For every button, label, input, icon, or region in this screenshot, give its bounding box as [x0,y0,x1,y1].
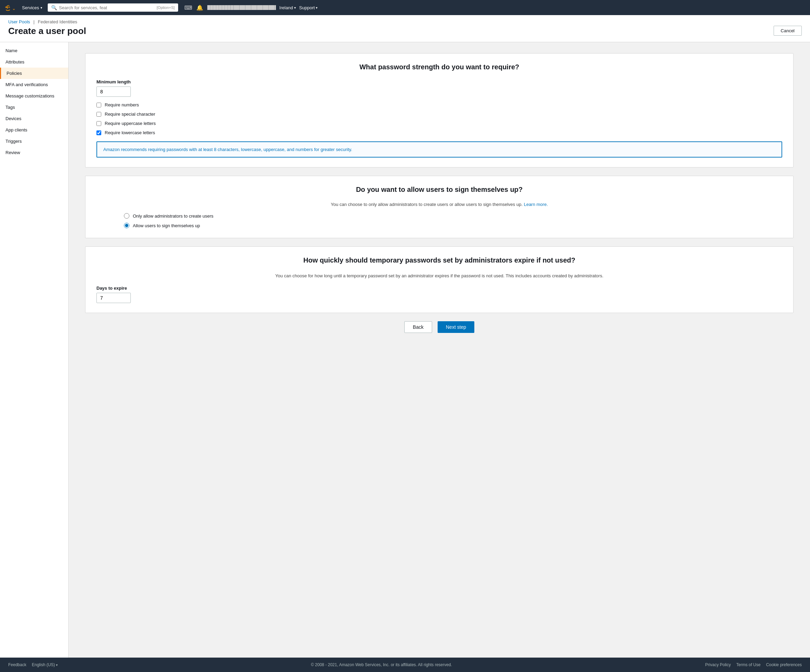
temp-password-section: How quickly should temporary passwords s… [85,247,793,313]
days-label: Days to expire [96,285,782,291]
footer-center: © 2008 - 2021, Amazon Web Services, Inc.… [57,662,705,667]
terminal-icon-button[interactable]: ⌨ [184,5,192,11]
top-navigation: aws Services ▾ 🔍 [Option+S] ⌨ 🔔 ████████… [0,0,810,15]
account-menu[interactable]: ████████████████████████████ ▾ [207,5,276,10]
days-to-expire-field: Days to expire [96,285,782,303]
search-shortcut: [Option+S] [157,5,175,10]
terms-of-use-link[interactable]: Terms of Use [736,662,761,667]
checkbox-require-numbers[interactable]: Require numbers [96,102,782,107]
page-header-row: Create a user pool Cancel [8,26,802,36]
signup-section: Do you want to allow users to sign thems… [85,176,793,238]
support-button[interactable]: Support ▾ [299,5,318,10]
sidebar-item-name[interactable]: Name [0,45,68,56]
region-chevron-icon: ▾ [294,6,296,10]
require-numbers-label: Require numbers [105,102,139,107]
learn-more-link[interactable]: Learn more. [524,202,548,207]
nav-icons: ⌨ 🔔 ████████████████████████████ ▾ [184,5,276,11]
require-special-label: Require special character [105,111,155,117]
checkbox-require-uppercase[interactable]: Require uppercase letters [96,121,782,126]
recommendation-text: Amazon recommends requiring passwords wi… [103,147,352,152]
sidebar-item-triggers[interactable]: Triggers [0,135,68,147]
feedback-link[interactable]: Feedback [8,662,27,667]
self-signup-radio[interactable] [124,223,129,228]
main-layout: Name Attributes Policies MFA and verific… [0,42,810,658]
search-icon: 🔍 [51,5,57,10]
support-label: Support [299,5,315,10]
admin-only-radio[interactable] [124,213,129,219]
require-lowercase-label: Require lowercase letters [105,130,155,135]
sidebar-item-tags[interactable]: Tags [0,101,68,113]
page-title: Create a user pool [8,26,86,36]
sidebar: Name Attributes Policies MFA and verific… [0,42,69,658]
breadcrumb-user-pools[interactable]: User Pools [8,19,30,24]
recommendation-box: Amazon recommends requiring passwords wi… [96,142,782,157]
admin-only-label: Only allow administrators to create user… [133,213,213,219]
sidebar-item-review[interactable]: Review [0,147,68,158]
next-step-button[interactable]: Next step [438,321,474,333]
search-input[interactable] [59,5,155,10]
footer-left: Feedback English (US) ▾ [8,662,57,667]
copyright-text: © 2008 - 2021, Amazon Web Services, Inc.… [311,662,452,667]
region-button[interactable]: Ireland ▾ [279,5,296,10]
password-section-title: What password strength do you want to re… [96,63,782,71]
back-button[interactable]: Back [404,321,432,333]
password-checkboxes: Require numbers Require special characte… [96,102,782,135]
min-length-label: Minimum length [96,79,782,84]
require-lowercase-checkbox[interactable] [96,130,101,135]
password-section: What password strength do you want to re… [85,53,793,167]
bell-icon-button[interactable]: 🔔 [196,5,203,11]
svg-text:aws: aws [5,5,10,8]
temp-password-title: How quickly should temporary passwords s… [96,257,782,264]
sidebar-item-attributes[interactable]: Attributes [0,56,68,68]
min-length-field: Minimum length [96,79,782,97]
aws-logo[interactable]: aws [4,4,17,11]
require-uppercase-label: Require uppercase letters [105,121,156,126]
support-chevron-icon: ▾ [316,6,317,10]
breadcrumb-federated: Federated Identities [38,19,77,24]
require-numbers-checkbox[interactable] [96,103,101,107]
signup-subtitle-text: You can choose to only allow administrat… [331,202,523,207]
require-special-checkbox[interactable] [96,112,101,117]
require-uppercase-checkbox[interactable] [96,121,101,126]
self-signup-label: Allow users to sign themselves up [133,223,200,228]
services-chevron-icon: ▾ [40,6,42,10]
action-row: Back Next step [85,321,793,333]
page-header: User Pools | Federated Identities Create… [0,15,810,42]
radio-admin-only[interactable]: Only allow administrators to create user… [124,213,782,219]
sidebar-item-mfa[interactable]: MFA and verifications [0,79,68,90]
temp-password-desc: You can choose for how long until a temp… [96,272,782,279]
sidebar-item-policies[interactable]: Policies [0,68,68,79]
services-label: Services [22,5,39,10]
services-menu-button[interactable]: Services ▾ [20,4,44,12]
signup-section-title: Do you want to allow users to sign thems… [96,186,782,194]
breadcrumb-separator: | [33,19,34,24]
sidebar-item-devices[interactable]: Devices [0,113,68,124]
footer-right: Privacy Policy Terms of Use Cookie prefe… [705,662,802,667]
signup-subtitle: You can choose to only allow administrat… [96,202,782,207]
radio-allow-self-signup[interactable]: Allow users to sign themselves up [124,223,782,228]
checkbox-require-special[interactable]: Require special character [96,111,782,117]
days-to-expire-input[interactable] [96,293,131,303]
sidebar-item-messages[interactable]: Message customizations [0,90,68,101]
cookie-preferences-link[interactable]: Cookie preferences [766,662,802,667]
signup-radio-group: Only allow administrators to create user… [96,213,782,228]
search-bar: 🔍 [Option+S] [48,3,178,12]
sidebar-item-app-clients[interactable]: App clients [0,124,68,135]
cancel-button[interactable]: Cancel [774,26,802,36]
language-label: English (US) [32,662,55,667]
breadcrumb: User Pools | Federated Identities [8,19,802,24]
footer: Feedback English (US) ▾ © 2008 - 2021, A… [0,658,810,672]
region-label: Ireland [279,5,293,10]
main-content: What password strength do you want to re… [69,42,810,658]
checkbox-require-lowercase[interactable]: Require lowercase letters [96,130,782,135]
min-length-input[interactable] [96,86,131,97]
privacy-policy-link[interactable]: Privacy Policy [705,662,731,667]
language-button[interactable]: English (US) ▾ [32,662,57,667]
